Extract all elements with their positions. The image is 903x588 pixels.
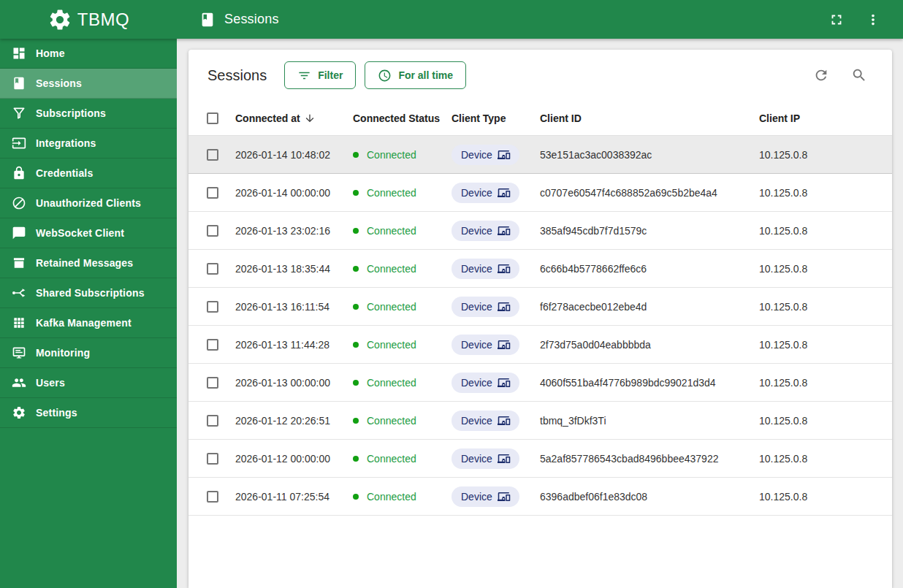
client-type-chip: Device bbox=[452, 335, 519, 355]
sidebar-item-credentials[interactable]: Credentials bbox=[0, 159, 177, 188]
sidebar-item-label: Subscriptions bbox=[36, 107, 106, 119]
app-logo[interactable]: TBMQ bbox=[0, 7, 177, 32]
connected-status-cell: Connected bbox=[353, 187, 452, 199]
sidebar-item-settings[interactable]: Settings bbox=[0, 398, 177, 428]
funnel-icon bbox=[12, 106, 26, 121]
sidebar-item-label: Integrations bbox=[36, 137, 96, 149]
lock-icon bbox=[12, 166, 26, 180]
client-type-label: Device bbox=[461, 339, 492, 351]
devices-icon bbox=[498, 414, 511, 427]
client-type-chip: Device bbox=[452, 297, 519, 317]
filter-button-label: Filter bbox=[318, 69, 343, 81]
page-title-area: Sessions bbox=[199, 12, 279, 28]
sidebar-item-kafka-management[interactable]: Kafka Management bbox=[0, 308, 177, 338]
devices-icon bbox=[498, 148, 511, 161]
connected-status-cell: Connected bbox=[353, 263, 452, 275]
sidebar-item-retained-messages[interactable]: Retained Messages bbox=[0, 248, 177, 278]
row-checkbox[interactable] bbox=[207, 491, 218, 503]
sidebar-item-label: Home bbox=[36, 47, 65, 59]
status-label: Connected bbox=[367, 225, 416, 237]
table-row[interactable]: 2026-01-13 23:02:16 Connected Device 385… bbox=[188, 212, 892, 250]
gear-logo-icon bbox=[47, 7, 72, 32]
table-row[interactable]: 2026-01-11 07:25:54 Connected Device 639… bbox=[188, 478, 892, 516]
connected-at-cell: 2026-01-12 20:26:51 bbox=[235, 415, 353, 427]
row-checkbox[interactable] bbox=[207, 301, 218, 313]
client-type-chip: Device bbox=[452, 373, 519, 393]
settings-icon bbox=[12, 405, 26, 420]
connected-at-cell: 2026-01-12 00:00:00 bbox=[235, 453, 353, 465]
client-ip-cell: 10.125.0.8 bbox=[759, 491, 892, 503]
column-connected-status[interactable]: Connected Status bbox=[353, 112, 452, 124]
column-client-id[interactable]: Client ID bbox=[540, 112, 759, 124]
client-ip-cell: 10.125.0.8 bbox=[759, 225, 892, 237]
filter-button[interactable]: Filter bbox=[284, 61, 356, 89]
select-all-checkbox[interactable] bbox=[207, 112, 218, 124]
client-type-label: Device bbox=[461, 301, 492, 313]
sidebar-item-users[interactable]: Users bbox=[0, 368, 177, 398]
status-label: Connected bbox=[367, 453, 416, 465]
status-label: Connected bbox=[367, 377, 416, 389]
table-row[interactable]: 2026-01-13 00:00:00 Connected Device 406… bbox=[188, 364, 892, 402]
sidebar-item-label: Credentials bbox=[36, 167, 93, 179]
sidebar-item-subscriptions[interactable]: Subscriptions bbox=[0, 99, 177, 129]
search-icon bbox=[851, 67, 867, 83]
devices-icon bbox=[498, 452, 511, 465]
connected-status-cell: Connected bbox=[353, 377, 452, 389]
apps-icon bbox=[12, 316, 26, 330]
status-dot-icon bbox=[353, 418, 359, 424]
column-connected-at[interactable]: Connected at bbox=[235, 112, 353, 124]
row-checkbox[interactable] bbox=[207, 377, 218, 389]
sidebar-item-home[interactable]: Home bbox=[0, 39, 177, 69]
client-type-label: Device bbox=[461, 491, 492, 503]
client-type-chip: Device bbox=[452, 221, 519, 241]
more-menu-button[interactable] bbox=[865, 11, 883, 28]
input-icon bbox=[12, 136, 26, 150]
sessions-table: Connected at Connected Status Client Typ… bbox=[188, 101, 892, 588]
table-row[interactable]: 2026-01-13 16:11:54 Connected Device f6f… bbox=[188, 288, 892, 326]
table-row[interactable]: 2026-01-14 00:00:00 Connected Device c07… bbox=[188, 174, 892, 212]
top-bar: TBMQ Sessions bbox=[0, 0, 903, 39]
sidebar-item-shared-subscriptions[interactable]: Shared Subscriptions bbox=[0, 278, 177, 308]
refresh-button[interactable] bbox=[813, 66, 832, 85]
status-label: Connected bbox=[367, 149, 416, 161]
client-type-cell: Device bbox=[452, 335, 540, 355]
time-range-button[interactable]: For all time bbox=[365, 61, 466, 89]
sidebar-item-websocket-client[interactable]: WebSocket Client bbox=[0, 218, 177, 248]
connected-status-cell: Connected bbox=[353, 149, 452, 161]
column-client-ip[interactable]: Client IP bbox=[759, 112, 892, 124]
status-dot-icon bbox=[353, 190, 359, 196]
row-checkbox[interactable] bbox=[207, 415, 218, 427]
filter-list-icon bbox=[297, 69, 311, 83]
client-ip-cell: 10.125.0.8 bbox=[759, 301, 892, 313]
logo-text: TBMQ bbox=[77, 9, 129, 30]
row-checkbox[interactable] bbox=[207, 225, 218, 237]
connected-status-cell: Connected bbox=[353, 453, 452, 465]
search-button[interactable] bbox=[851, 66, 870, 85]
connected-at-cell: 2026-01-13 16:11:54 bbox=[235, 301, 353, 313]
sidebar-item-unauthorized-clients[interactable]: Unauthorized Clients bbox=[0, 188, 177, 218]
table-row[interactable]: 2026-01-12 00:00:00 Connected Device 5a2… bbox=[188, 440, 892, 478]
sidebar-item-label: Unauthorized Clients bbox=[36, 197, 141, 209]
row-checkbox[interactable] bbox=[207, 339, 218, 351]
client-type-chip: Device bbox=[452, 448, 519, 469]
row-checkbox[interactable] bbox=[207, 453, 218, 465]
table-header-row: Connected at Connected Status Client Typ… bbox=[188, 101, 892, 136]
client-type-label: Device bbox=[461, 415, 492, 427]
table-row[interactable]: 2026-01-14 10:48:02 Connected Device 53e… bbox=[188, 136, 892, 174]
row-checkbox[interactable] bbox=[207, 149, 218, 161]
fullscreen-button[interactable] bbox=[828, 11, 846, 28]
connected-at-cell: 2026-01-13 23:02:16 bbox=[235, 225, 353, 237]
sidebar-item-sessions[interactable]: Sessions bbox=[0, 69, 177, 99]
status-dot-icon bbox=[353, 342, 359, 348]
table-row[interactable]: 2026-01-13 11:44:28 Connected Device 2f7… bbox=[188, 326, 892, 364]
table-row[interactable]: 2026-01-12 20:26:51 Connected Device tbm… bbox=[188, 402, 892, 440]
monitor-icon bbox=[12, 345, 26, 360]
column-client-type[interactable]: Client Type bbox=[452, 112, 540, 124]
client-type-cell: Device bbox=[452, 297, 540, 317]
sidebar-item-integrations[interactable]: Integrations bbox=[0, 129, 177, 159]
row-checkbox[interactable] bbox=[207, 263, 218, 275]
row-checkbox[interactable] bbox=[207, 187, 218, 199]
table-row[interactable]: 2026-01-13 18:35:44 Connected Device 6c6… bbox=[188, 250, 892, 288]
sidebar-item-monitoring[interactable]: Monitoring bbox=[0, 338, 177, 368]
devices-icon bbox=[498, 376, 511, 389]
